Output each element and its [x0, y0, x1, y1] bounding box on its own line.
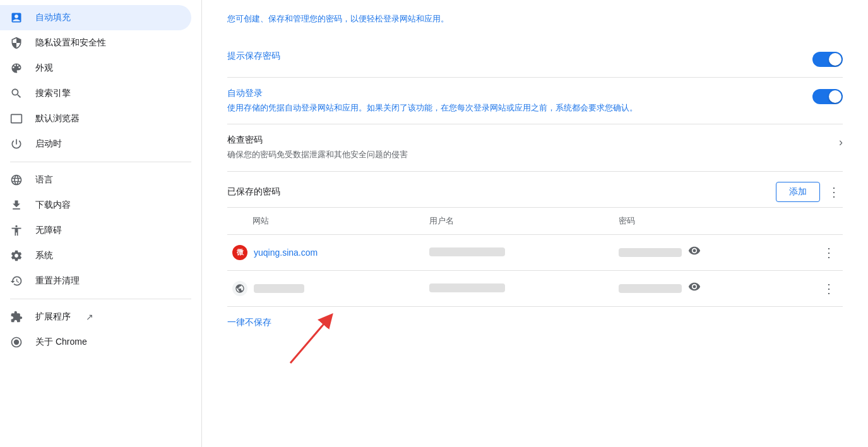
sidebar-label-default-browser: 默认浏览器	[35, 113, 80, 124]
sidebar-label-extensions: 扩展程序	[35, 311, 71, 323]
setting-suggest-save-title: 提示保存密码	[227, 51, 802, 62]
passwords-actions: 添加 ⋮	[776, 182, 843, 202]
sidebar-item-default-browser[interactable]: 默认浏览器	[0, 106, 191, 131]
toggle-auto-login-thumb	[829, 90, 841, 103]
section-description: 您可创建、保存和管理您的密码，以便轻松登录网站和应用。	[227, 13, 843, 25]
sidebar-item-startup[interactable]: 启动时	[0, 131, 191, 157]
site-name-2	[254, 284, 304, 293]
sidebar-label-accessibility: 无障碍	[35, 225, 62, 236]
sidebar: 自动填充 隐私设置和安全性 外观 搜索引擎 默认	[0, 0, 202, 447]
sidebar-label-search: 搜索引擎	[35, 88, 71, 99]
sidebar-label-appearance: 外观	[35, 63, 53, 74]
never-saved-label: 一律不保存	[227, 317, 271, 327]
sidebar-item-appearance[interactable]: 外观	[0, 56, 191, 81]
sidebar-item-search[interactable]: 搜索引擎	[0, 81, 191, 106]
col-site: 网站	[227, 215, 429, 227]
site-name-1[interactable]: yuqing.sina.com	[254, 247, 318, 258]
show-password-button-1[interactable]	[687, 243, 702, 261]
table-header: 网站 用户名 密码	[227, 208, 843, 235]
setting-auto-login-desc: 使用存储的凭据自动登录网站和应用。如果关闭了该功能，在您每次登录网站或应用之前，…	[227, 102, 707, 114]
sidebar-label-system: 系统	[35, 250, 53, 261]
sidebar-label-downloads: 下载内容	[35, 200, 71, 211]
setting-auto-login: 自动登录 使用存储的凭据自动登录网站和应用。如果关闭了该功能，在您每次登录网站或…	[227, 78, 843, 125]
username-blur-1	[429, 247, 505, 256]
row-actions-2: ⋮	[745, 278, 843, 299]
toggle-suggest-save[interactable]	[812, 52, 843, 67]
default-browser-icon	[10, 112, 23, 125]
setting-suggest-save-text: 提示保存密码	[227, 51, 802, 64]
show-password-button-2[interactable]	[687, 279, 702, 297]
row-more-button-1[interactable]: ⋮	[820, 242, 838, 263]
site-cell-2	[227, 281, 429, 296]
sidebar-item-extensions[interactable]: 扩展程序 ↗	[0, 304, 191, 330]
sidebar-item-autofill[interactable]: 自动填充	[0, 5, 191, 30]
favicon-weibo: 微	[232, 245, 247, 260]
favicon-globe	[232, 281, 247, 296]
passwords-more-button[interactable]: ⋮	[825, 182, 843, 202]
reset-icon	[10, 275, 23, 287]
arrow-right-icon: ›	[839, 136, 843, 149]
language-icon	[10, 174, 23, 186]
divider-1	[10, 162, 191, 162]
autofill-icon	[10, 11, 23, 24]
setting-check-password[interactable]: 检查密码 确保您的密码免受数据泄露和其他安全问题的侵害 ›	[227, 124, 843, 172]
col-actions	[745, 215, 843, 227]
col-username: 用户名	[429, 215, 619, 227]
row-actions-1: ⋮	[745, 242, 843, 263]
sidebar-item-language[interactable]: 语言	[0, 167, 191, 193]
never-saved[interactable]: 一律不保存	[227, 307, 843, 338]
setting-auto-login-title: 自动登录	[227, 88, 802, 99]
site-cell-1: 微 yuqing.sina.com	[227, 245, 429, 260]
privacy-icon	[10, 37, 23, 49]
saved-passwords-title: 已保存的密码	[227, 186, 280, 198]
startup-icon	[10, 138, 23, 150]
username-blur-2	[429, 283, 505, 292]
external-link-icon: ↗	[86, 312, 93, 322]
toggle-auto-login[interactable]	[812, 89, 843, 104]
username-cell-2	[429, 283, 619, 294]
saved-passwords-header: 已保存的密码 添加 ⋮	[227, 172, 843, 208]
search-icon	[10, 87, 23, 100]
accessibility-icon	[10, 224, 23, 237]
sidebar-label-language: 语言	[35, 174, 53, 186]
password-blur-2	[619, 284, 682, 293]
table-row-2: ⋮	[227, 271, 843, 307]
sidebar-item-about[interactable]: 关于 Chrome	[0, 330, 191, 355]
sidebar-item-privacy[interactable]: 隐私设置和安全性	[0, 30, 191, 56]
sidebar-label-privacy: 隐私设置和安全性	[35, 37, 106, 49]
row-more-button-2[interactable]: ⋮	[820, 278, 838, 299]
setting-check-password-desc: 确保您的密码免受数据泄露和其他安全问题的侵害	[227, 148, 707, 161]
setting-suggest-save: 提示保存密码	[227, 40, 843, 78]
sidebar-label-startup: 启动时	[35, 138, 62, 150]
username-cell-1	[429, 247, 619, 258]
system-icon	[10, 249, 23, 262]
sidebar-item-downloads[interactable]: 下载内容	[0, 193, 191, 218]
sidebar-label-reset: 重置并清理	[35, 275, 80, 287]
password-cell-2	[619, 279, 745, 297]
about-icon	[10, 336, 23, 349]
password-cell-1	[619, 243, 745, 261]
password-blur-1	[619, 248, 682, 257]
toggle-suggest-save-thumb	[829, 53, 841, 66]
add-password-button[interactable]: 添加	[776, 182, 820, 202]
svg-point-0	[14, 340, 19, 345]
main-content: 您可创建、保存和管理您的密码，以便轻松登录网站和应用。 提示保存密码 自动登录 …	[202, 0, 868, 447]
downloads-icon	[10, 199, 23, 212]
col-password: 密码	[619, 215, 745, 227]
setting-auto-login-text: 自动登录 使用存储的凭据自动登录网站和应用。如果关闭了该功能，在您每次登录网站或…	[227, 88, 802, 114]
table-row: 微 yuqing.sina.com ⋮	[227, 235, 843, 271]
setting-check-password-title: 检查密码	[227, 134, 829, 146]
extensions-icon	[10, 311, 23, 323]
toggle-auto-login-track[interactable]	[812, 89, 843, 104]
sidebar-item-accessibility[interactable]: 无障碍	[0, 218, 191, 243]
appearance-icon	[10, 62, 23, 74]
sidebar-item-reset[interactable]: 重置并清理	[0, 268, 191, 294]
sidebar-item-system[interactable]: 系统	[0, 243, 191, 268]
setting-check-password-text: 检查密码 确保您的密码免受数据泄露和其他安全问题的侵害	[227, 134, 829, 161]
divider-2	[10, 299, 191, 299]
sidebar-label-about: 关于 Chrome	[35, 337, 87, 348]
sidebar-label-autofill: 自动填充	[35, 12, 71, 23]
toggle-suggest-save-track[interactable]	[812, 52, 843, 67]
